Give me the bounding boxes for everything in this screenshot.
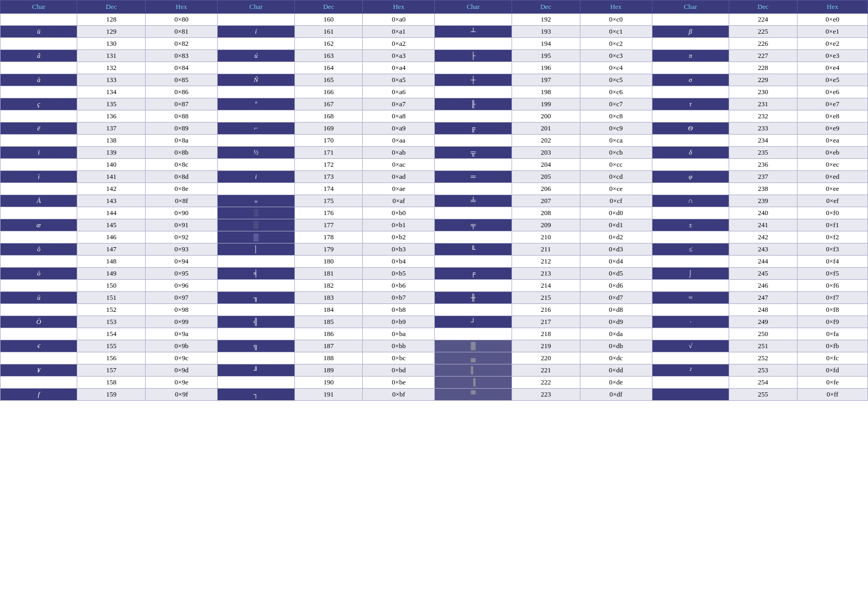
char-cell: ª <box>218 86 294 98</box>
hex-cell: 0×93 <box>146 243 218 256</box>
char-cell: à <box>1 74 77 86</box>
hex-cell: 0×bf <box>363 389 435 401</box>
hex-cell: 0×f2 <box>797 231 867 243</box>
char-cell: ─ <box>435 62 512 74</box>
char-cell: Ñ <box>218 74 294 86</box>
dec-cell: 152 <box>77 304 146 316</box>
dec-cell: 227 <box>729 50 797 62</box>
hex-cell: 0×c5 <box>580 74 652 86</box>
hex-cell: 0×e7 <box>797 98 867 110</box>
hex-cell: 0×af <box>363 195 435 207</box>
hex-cell: 0×f0 <box>797 207 867 219</box>
char-cell: Ü <box>1 328 77 340</box>
hex-cell: 0×cd <box>580 171 652 183</box>
dec-cell: 190 <box>294 377 363 389</box>
hex-cell: 0×fb <box>797 340 867 352</box>
table-row: é1300×82ó1620×a2┬1940×c2Γ2260×e2 <box>1 38 868 50</box>
char-cell: ┌ <box>435 328 512 340</box>
table-row: Pts1580×9e╛1900×be▐2220×de■2540×fe <box>1 377 868 389</box>
dec-cell: 248 <box>729 304 797 316</box>
char-cell: ú <box>218 50 294 62</box>
dec-cell: 209 <box>512 219 580 231</box>
dec-cell: 168 <box>294 110 363 123</box>
hex-cell: 0×b9 <box>363 316 435 328</box>
table-row: ¢1550×9b╗1870×bb█2190×db√2510×fb <box>1 340 868 352</box>
dec-cell: 137 <box>77 123 146 135</box>
hex-cell: 0×ea <box>797 135 867 147</box>
dec-cell: 238 <box>729 183 797 195</box>
hex-cell: 0×c4 <box>580 62 652 74</box>
table-row: ö1480×94┤1800×b4╘2120×d4⌠2440×f4 <box>1 256 868 268</box>
char-cell: á <box>218 14 294 26</box>
hex-cell: 0×9d <box>146 364 218 377</box>
hex-cell: 0×9c <box>146 352 218 364</box>
char-cell: ╟ <box>435 98 512 110</box>
hex-cell: 0×d4 <box>580 256 652 268</box>
dec-cell: 200 <box>512 110 580 123</box>
hex-cell: 0×a5 <box>363 74 435 86</box>
dec-cell: 160 <box>294 14 363 26</box>
dec-cell: 179 <box>294 243 363 256</box>
char-cell: ± <box>652 219 729 231</box>
char-cell: ñ <box>218 62 294 74</box>
hex-cell: 0×ef <box>797 195 867 207</box>
char-cell: ╘ <box>435 256 512 268</box>
char-cell: Pts <box>1 377 77 389</box>
dec-cell: 245 <box>729 268 797 280</box>
dec-cell: 237 <box>729 171 797 183</box>
table-row: ë1370×89⌐1690×a9╔2010×c9Θ2330×e9 <box>1 123 868 135</box>
dec-cell: 164 <box>294 62 363 74</box>
dec-cell: 187 <box>294 340 363 352</box>
hex-cell: 0×fa <box>797 328 867 340</box>
char-cell: ╦ <box>435 147 512 159</box>
dec-cell: 171 <box>294 147 363 159</box>
dec-cell: 211 <box>512 243 580 256</box>
char-cell: ╣ <box>218 316 294 328</box>
hex-cell: 0×83 <box>146 50 218 62</box>
char-cell: Ω <box>652 135 729 147</box>
dec-cell: 140 <box>77 159 146 171</box>
hex-cell: 0×e6 <box>797 86 867 98</box>
hex-cell: 0×96 <box>146 280 218 292</box>
char-cell: ¥ <box>1 364 77 377</box>
char-cell: ╛ <box>218 377 294 389</box>
dec-cell: 169 <box>294 123 363 135</box>
dec-cell: 167 <box>294 98 363 110</box>
char-cell: ⌡ <box>652 268 729 280</box>
char-cell: ≤ <box>652 243 729 256</box>
char-cell: │ <box>218 243 294 256</box>
dec-cell: 136 <box>77 110 146 123</box>
table-row: ê1360×88¿1680×a8╚2000×c8Φ2320×e8 <box>1 110 868 123</box>
char-cell: ╠ <box>435 159 512 171</box>
hex-cell: 0×89 <box>146 123 218 135</box>
dec-cell: 148 <box>77 256 146 268</box>
hex-cell: 0×ff <box>797 389 867 401</box>
dec-cell: 159 <box>77 389 146 401</box>
char-cell: τ <box>652 98 729 110</box>
char-cell: ⌐ <box>218 123 294 135</box>
dec-cell: 174 <box>294 183 363 195</box>
dec-cell: 180 <box>294 256 363 268</box>
hex-cell: 0×e1 <box>797 26 867 38</box>
hex-cell: 0×f5 <box>797 268 867 280</box>
dec-cell: 208 <box>512 207 580 219</box>
char-cell: ╓ <box>435 280 512 292</box>
dec-cell: 204 <box>512 159 580 171</box>
hex-cell: 0×8d <box>146 171 218 183</box>
hex-cell: 0×90 <box>146 207 218 219</box>
dec-cell: 199 <box>512 98 580 110</box>
char-cell: ç <box>1 98 77 110</box>
dec-cell: 223 <box>512 389 580 401</box>
char-cell: δ <box>652 147 729 159</box>
char-cell: « <box>218 183 294 195</box>
char-cell: ≈ <box>652 292 729 304</box>
dec-cell: 196 <box>512 62 580 74</box>
column-header-char: Char <box>1 1 77 14</box>
char-cell: ó <box>218 38 294 50</box>
dec-cell: 217 <box>512 316 580 328</box>
char-cell: ≡ <box>652 207 729 219</box>
char-cell: ▄ <box>435 352 512 364</box>
dec-cell: 149 <box>77 268 146 280</box>
hex-cell: 0×ca <box>580 135 652 147</box>
dec-cell: 161 <box>294 26 363 38</box>
